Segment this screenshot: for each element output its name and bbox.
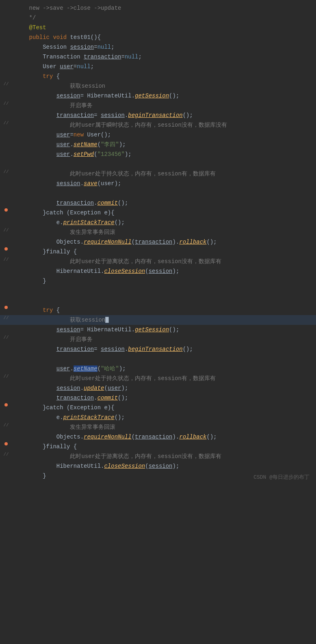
code-line: transaction.commit(); bbox=[0, 198, 316, 208]
code-line: e.printStackTrace(); bbox=[0, 413, 316, 422]
line-gutter: // bbox=[0, 228, 12, 233]
code-line: new ->save ->close ->update bbox=[0, 3, 316, 13]
line-text: Objects.requireNonNull(transaction).roll… bbox=[12, 432, 316, 441]
code-token bbox=[15, 34, 29, 41]
code-token bbox=[15, 24, 29, 31]
code-token: } bbox=[15, 473, 46, 479]
code-line bbox=[0, 188, 316, 198]
code-token: }catch (Exception e){ bbox=[43, 210, 114, 216]
code-token: ( bbox=[94, 151, 97, 158]
code-token: ; bbox=[91, 63, 94, 70]
code-token: session bbox=[70, 44, 94, 50]
code-token: beginTransaction bbox=[128, 346, 182, 352]
code-token bbox=[15, 443, 43, 450]
code-line: // 发生异常事务回滚 bbox=[0, 422, 316, 432]
code-token: █ bbox=[105, 317, 108, 323]
code-token bbox=[15, 404, 43, 411]
code-line: user.setName("李四"); bbox=[0, 140, 316, 149]
code-token: update bbox=[84, 385, 104, 391]
code-token: ( bbox=[104, 385, 107, 391]
code-token: HibernateUtil. bbox=[15, 268, 104, 274]
code-token: commit bbox=[97, 395, 118, 401]
code-line: // 开启事务 bbox=[0, 335, 316, 344]
line-text: user.setName("李四"); bbox=[12, 140, 316, 149]
code-token: { bbox=[53, 307, 60, 313]
line-text: 发生异常事务回滚 bbox=[12, 228, 316, 237]
code-line: try { bbox=[0, 305, 316, 315]
code-token bbox=[15, 365, 56, 372]
code-token: setName bbox=[74, 141, 97, 148]
code-token bbox=[15, 346, 56, 352]
code-token bbox=[15, 180, 56, 187]
line-gutter bbox=[0, 208, 12, 212]
code-token: setName bbox=[74, 365, 97, 372]
code-token: }catch (Exception e){ bbox=[43, 404, 114, 411]
code-token: ); bbox=[119, 365, 126, 372]
code-token: 此时user属于瞬时状态，内存有，session没有，数据库没有 bbox=[70, 122, 227, 128]
code-token bbox=[15, 83, 70, 89]
code-line: session.save(user); bbox=[0, 179, 316, 188]
code-token: ); bbox=[172, 463, 179, 469]
code-token bbox=[15, 229, 70, 236]
code-token: user bbox=[108, 385, 121, 391]
line-text: user=new User(); bbox=[12, 130, 316, 139]
line-text: }catch (Exception e){ bbox=[12, 403, 316, 412]
code-token bbox=[15, 424, 70, 430]
code-token: 发生异常事务回滚 bbox=[70, 424, 115, 430]
line-text: }finally { bbox=[12, 247, 316, 256]
code-token: @Test bbox=[29, 24, 46, 31]
code-token: } bbox=[15, 278, 46, 284]
code-token bbox=[15, 200, 56, 206]
code-token: { bbox=[53, 73, 60, 80]
code-token: 此时user处于持久状态，内存有，session有，数据库有 bbox=[70, 375, 215, 382]
line-text: e.printStackTrace(); bbox=[12, 413, 316, 422]
code-line: transaction= session.beginTransaction(); bbox=[0, 110, 316, 120]
code-token bbox=[15, 141, 56, 148]
line-text: session= HibernateUtil.getSession(); bbox=[12, 91, 316, 100]
code-token: user bbox=[60, 63, 74, 70]
line-text: user.setPwd("123456"); bbox=[12, 150, 316, 159]
code-token: commit bbox=[97, 200, 118, 206]
code-token: getSession bbox=[135, 326, 169, 333]
code-line: // 此时user处于游离状态，内存有，session没有，数据库有 bbox=[0, 257, 316, 266]
line-text: 此时user处于持久状态，内存有，session有，数据库有 bbox=[12, 374, 316, 383]
code-line: transaction= session.beginTransaction(); bbox=[0, 344, 316, 354]
code-line: }catch (Exception e){ bbox=[0, 403, 316, 413]
code-token: (user); bbox=[97, 180, 121, 187]
code-token: "李四" bbox=[101, 141, 119, 148]
code-token bbox=[15, 395, 56, 401]
code-token: Transaction bbox=[43, 54, 80, 60]
line-text: Transaction transaction=null; bbox=[12, 52, 316, 61]
code-line: user.setPwd("123456"); bbox=[0, 149, 316, 159]
code-token: 此时user处于持久状态，内存有，session有，数据库有 bbox=[70, 171, 215, 177]
code-token: session bbox=[149, 463, 173, 469]
breakpoint-dot bbox=[4, 247, 8, 251]
code-line: // 此时user处于持久状态，内存有，session有，数据库有 bbox=[0, 169, 316, 179]
code-line: Transaction transaction=null; bbox=[0, 52, 316, 62]
code-token: "123456" bbox=[97, 151, 125, 158]
code-token: requireNonNull bbox=[84, 434, 132, 440]
line-gutter bbox=[0, 306, 12, 309]
line-text: transaction.commit(); bbox=[12, 393, 316, 402]
code-token: . bbox=[94, 395, 97, 401]
line-text: session= HibernateUtil.getSession(); bbox=[12, 325, 316, 334]
line-text: user.setName("哈哈"); bbox=[12, 364, 316, 373]
code-token: (); bbox=[169, 93, 179, 99]
code-line: }finally { bbox=[0, 442, 316, 452]
code-editor: new ->save ->close ->update */ @Test pub… bbox=[0, 0, 316, 484]
line-text: transaction= session.beginTransaction(); bbox=[12, 345, 316, 354]
code-token bbox=[15, 258, 70, 265]
code-line: transaction.commit(); bbox=[0, 393, 316, 403]
line-text bbox=[12, 354, 316, 363]
code-token: }finally { bbox=[43, 249, 77, 255]
code-token: null bbox=[125, 54, 139, 60]
code-line: @Test bbox=[0, 23, 316, 32]
code-token bbox=[80, 54, 84, 60]
code-token: transaction bbox=[56, 112, 94, 119]
line-gutter: // bbox=[0, 82, 12, 86]
code-line: // 此时user处于持久状态，内存有，session有，数据库有 bbox=[0, 374, 316, 383]
breakpoint-dot bbox=[4, 403, 8, 406]
code-token: 此时user处于游离状态，内存有，session没有，数据库有 bbox=[70, 258, 221, 265]
code-token bbox=[15, 54, 43, 60]
code-token: user bbox=[56, 151, 70, 158]
